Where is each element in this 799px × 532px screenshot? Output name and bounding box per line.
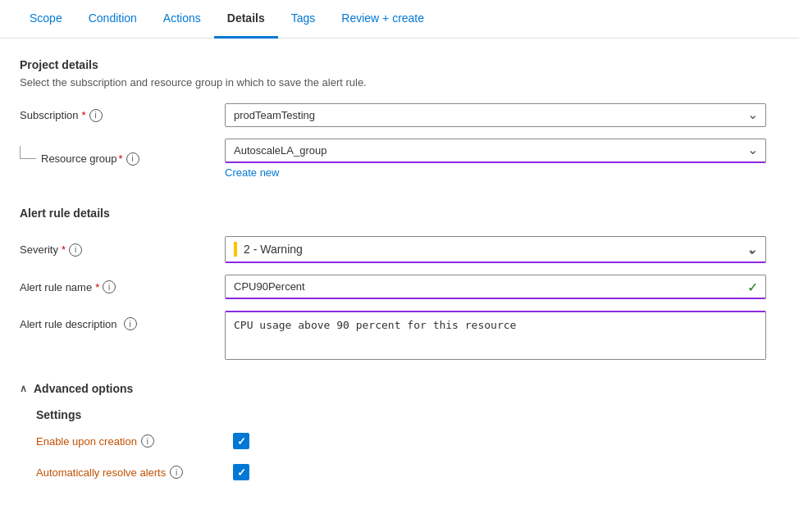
project-details-desc: Select the subscription and resource gro… bbox=[20, 76, 779, 89]
indent-decoration bbox=[20, 146, 36, 159]
enable-creation-row: Enable upon creation i bbox=[36, 433, 779, 449]
advanced-chevron-icon: ∧ bbox=[20, 383, 27, 394]
alert-rule-name-label: Alert rule name * i bbox=[20, 280, 225, 293]
resource-group-control: AutoscaleLA_group Create new bbox=[225, 139, 766, 179]
alert-rule-description-label: Alert rule description i bbox=[20, 311, 225, 330]
resource-group-required: * bbox=[119, 152, 123, 165]
severity-dropdown-icon: ⌄ bbox=[746, 242, 757, 257]
subscription-select[interactable]: prodTeamTesting bbox=[225, 103, 766, 127]
tab-scope[interactable]: Scope bbox=[16, 0, 75, 39]
enable-creation-info-icon[interactable]: i bbox=[141, 434, 154, 448]
subscription-row: Subscription * i prodTeamTesting bbox=[20, 103, 779, 127]
severity-label: Severity * i bbox=[20, 243, 225, 257]
alert-rule-name-required: * bbox=[95, 281, 99, 293]
severity-select-wrapper: 2 - Warning ⌄ bbox=[225, 236, 766, 263]
spacer-2 bbox=[20, 225, 779, 236]
severity-display[interactable]: 2 - Warning ⌄ bbox=[225, 236, 766, 263]
resource-group-info-icon[interactable]: i bbox=[126, 152, 139, 166]
resource-group-label: Resource group * i bbox=[20, 152, 225, 166]
auto-resolve-checkbox[interactable] bbox=[233, 464, 249, 480]
resource-group-select-wrapper: AutoscaleLA_group bbox=[225, 139, 766, 163]
auto-resolve-info-icon[interactable]: i bbox=[170, 466, 183, 479]
enable-creation-checkbox[interactable] bbox=[233, 433, 249, 449]
severity-control: 2 - Warning ⌄ bbox=[225, 236, 766, 263]
settings-label: Settings bbox=[36, 408, 779, 421]
resource-group-row: Resource group * i AutoscaleLA_group Cre… bbox=[20, 139, 779, 179]
alert-rule-details-title: Alert rule details bbox=[20, 207, 779, 220]
severity-required: * bbox=[62, 243, 66, 256]
alert-rule-description-control: CPU usage above 90 percent for this reso… bbox=[225, 311, 766, 362]
severity-info-icon[interactable]: i bbox=[69, 243, 82, 257]
alert-rule-name-control: ✓ bbox=[225, 275, 766, 299]
advanced-options-toggle[interactable]: ∧ Advanced options bbox=[20, 382, 779, 395]
alert-rule-description-textarea[interactable]: CPU usage above 90 percent for this reso… bbox=[225, 311, 766, 360]
project-details-section: Project details Select the subscription … bbox=[20, 58, 779, 179]
severity-row: Severity * i 2 - Warning ⌄ bbox=[20, 236, 779, 263]
advanced-options-section: ∧ Advanced options Settings Enable upon … bbox=[20, 382, 779, 480]
tab-review-create[interactable]: Review + create bbox=[328, 0, 437, 39]
create-new-link[interactable]: Create new bbox=[225, 166, 766, 179]
severity-indicator-bar bbox=[234, 242, 237, 257]
subscription-required: * bbox=[82, 109, 86, 121]
auto-resolve-row: Automatically resolve alerts i bbox=[36, 464, 779, 480]
alert-rule-description-info-icon[interactable]: i bbox=[124, 317, 137, 330]
enable-creation-label: Enable upon creation i bbox=[36, 434, 233, 448]
alert-rule-details-section: Alert rule details Severity * i 2 - Warn… bbox=[20, 207, 779, 362]
subscription-control: prodTeamTesting bbox=[225, 103, 766, 127]
subscription-select-wrapper: prodTeamTesting bbox=[225, 103, 766, 127]
advanced-options-title: Advanced options bbox=[34, 382, 133, 395]
severity-value: 2 - Warning bbox=[244, 243, 303, 256]
tab-details[interactable]: Details bbox=[214, 0, 278, 39]
main-content: Project details Select the subscription … bbox=[0, 39, 799, 515]
tab-condition[interactable]: Condition bbox=[75, 0, 150, 39]
project-details-title: Project details bbox=[20, 58, 779, 71]
alert-rule-name-row: Alert rule name * i ✓ bbox=[20, 275, 779, 299]
tab-actions[interactable]: Actions bbox=[150, 0, 214, 39]
tab-tags[interactable]: Tags bbox=[278, 0, 329, 39]
auto-resolve-label: Automatically resolve alerts i bbox=[36, 466, 233, 479]
alert-rule-name-input-wrapper: ✓ bbox=[225, 275, 766, 299]
alert-rule-name-info-icon[interactable]: i bbox=[103, 280, 116, 293]
nav-tabs: Scope Condition Actions Details Tags Rev… bbox=[0, 0, 799, 39]
spacer-1 bbox=[20, 190, 779, 207]
subscription-label: Subscription * i bbox=[20, 109, 225, 122]
alert-rule-name-input[interactable] bbox=[225, 275, 766, 299]
resource-group-select[interactable]: AutoscaleLA_group bbox=[225, 139, 766, 163]
alert-rule-name-check-icon: ✓ bbox=[747, 280, 758, 295]
subscription-info-icon[interactable]: i bbox=[89, 109, 103, 122]
alert-rule-description-row: Alert rule description i CPU usage above… bbox=[20, 311, 779, 362]
